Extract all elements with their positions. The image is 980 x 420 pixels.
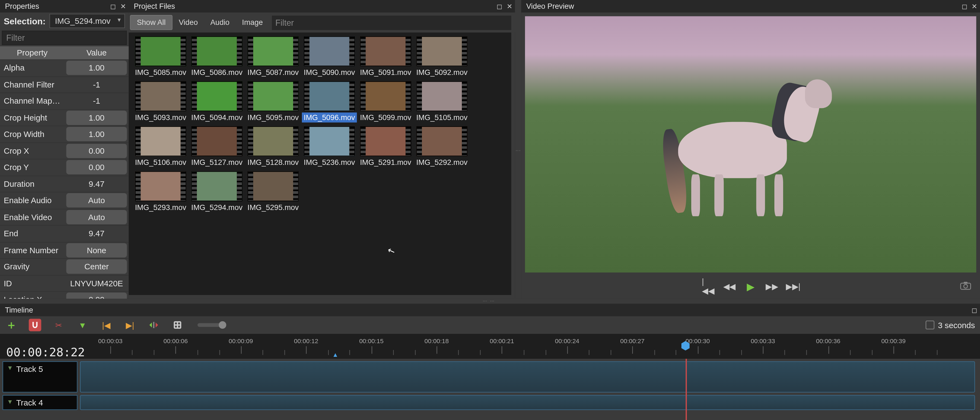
file-item[interactable]: IMG_5106.mov: [133, 126, 189, 168]
property-value[interactable]: 0.00: [66, 293, 127, 299]
property-row[interactable]: Location X0.00: [0, 291, 129, 299]
property-row[interactable]: Crop Width1.00: [0, 126, 129, 142]
property-value[interactable]: 9.47: [66, 226, 127, 241]
timeline-track[interactable]: ▼Track 5: [0, 361, 980, 392]
property-row[interactable]: Enable VideoAuto: [0, 208, 129, 225]
property-row[interactable]: Crop Y0.00: [0, 159, 129, 175]
file-item[interactable]: IMG_5096.mov: [301, 81, 358, 123]
play-button[interactable]: ▶: [744, 280, 757, 293]
properties-filter-input[interactable]: [2, 30, 127, 45]
undock-icon[interactable]: ◻: [109, 2, 118, 11]
center-playhead-button[interactable]: [147, 319, 160, 331]
property-row[interactable]: IDLNYVUM420E: [0, 275, 129, 291]
property-value[interactable]: 1.00: [66, 61, 127, 75]
property-row[interactable]: GravityCenter: [0, 258, 129, 275]
file-item[interactable]: IMG_5095.mov: [245, 81, 301, 123]
property-value[interactable]: Auto: [66, 210, 127, 224]
property-row[interactable]: Alpha1.00: [0, 59, 129, 76]
horizontal-splitter[interactable]: ⋯⋯: [0, 299, 980, 304]
file-item[interactable]: IMG_5085.mov: [133, 37, 189, 78]
timeline-tracks[interactable]: ▼Track 5▼Track 4: [0, 359, 980, 420]
property-value[interactable]: -1: [66, 94, 127, 108]
filter-tab-image[interactable]: Image: [236, 16, 269, 29]
track-header[interactable]: ▼Track 4: [2, 395, 77, 410]
file-item[interactable]: IMG_5294.mov: [189, 171, 245, 212]
close-icon[interactable]: ✕: [505, 2, 514, 11]
rewind-button[interactable]: ◀◀: [723, 280, 736, 293]
checkbox-icon[interactable]: [926, 321, 934, 329]
file-item[interactable]: IMG_5105.mov: [414, 81, 470, 123]
video-canvas[interactable]: [525, 16, 976, 272]
property-row[interactable]: Channel Filter-1: [0, 76, 129, 93]
file-item[interactable]: IMG_5099.mov: [357, 81, 414, 123]
col-property[interactable]: Property: [0, 46, 64, 59]
property-value[interactable]: Auto: [66, 193, 127, 208]
col-value[interactable]: Value: [64, 46, 129, 59]
property-value[interactable]: -1: [66, 77, 127, 92]
file-item[interactable]: IMG_5091.mov: [357, 37, 414, 78]
timeline-track[interactable]: ▼Track 4: [0, 395, 980, 410]
snap-button[interactable]: [29, 319, 41, 331]
property-value[interactable]: 0.00: [66, 143, 127, 158]
file-item[interactable]: IMG_5128.mov: [245, 126, 301, 168]
filter-tab-video[interactable]: Video: [173, 16, 204, 29]
marker-icon[interactable]: ▲: [332, 352, 339, 358]
next-marker-button[interactable]: ▶|: [124, 319, 137, 331]
undock-icon[interactable]: ◻: [970, 306, 978, 315]
file-item[interactable]: IMG_5094.mov: [189, 81, 245, 123]
property-row[interactable]: Crop Height1.00: [0, 109, 129, 126]
jump-start-button[interactable]: |◀◀: [702, 280, 714, 293]
timeline-ruler[interactable]: 00:00:0300:00:0600:00:0900:00:1200:00:15…: [88, 334, 980, 359]
filter-tab-show-all[interactable]: Show All: [130, 15, 173, 30]
project-files-filter-input[interactable]: [272, 15, 511, 30]
razor-button[interactable]: ✂: [52, 319, 65, 331]
undock-icon[interactable]: ◻: [960, 2, 969, 11]
selection-dropdown[interactable]: IMG_5294.mov: [49, 14, 125, 28]
timeline-current-time[interactable]: 00:00:28:22: [0, 345, 88, 359]
file-item[interactable]: IMG_5093.mov: [133, 81, 189, 123]
jump-end-button[interactable]: ▶▶|: [787, 280, 800, 293]
prev-marker-button[interactable]: |◀: [100, 319, 113, 331]
file-item[interactable]: IMG_5293.mov: [133, 171, 189, 212]
file-item[interactable]: IMG_5086.mov: [189, 37, 245, 78]
track-lane[interactable]: [80, 395, 975, 410]
chevron-down-icon[interactable]: ▼: [7, 364, 13, 371]
timeline-settings-button[interactable]: [171, 319, 184, 331]
property-row[interactable]: Enable AudioAuto: [0, 192, 129, 208]
property-row[interactable]: Frame NumberNone: [0, 242, 129, 258]
track-header[interactable]: ▼Track 5: [2, 361, 77, 392]
undock-icon[interactable]: ◻: [495, 2, 504, 11]
property-value[interactable]: 9.47: [66, 177, 127, 191]
track-lane[interactable]: [80, 361, 975, 392]
file-item[interactable]: IMG_5127.mov: [189, 126, 245, 168]
add-track-button[interactable]: ＋: [5, 319, 18, 331]
file-item[interactable]: IMG_5092.mov: [414, 37, 470, 78]
add-marker-button[interactable]: ▼: [76, 319, 89, 331]
zoom-level[interactable]: 3 seconds: [926, 320, 975, 329]
fast-forward-button[interactable]: ▶▶: [765, 280, 778, 293]
playhead-line[interactable]: [686, 359, 687, 420]
file-item[interactable]: IMG_5292.mov: [414, 126, 470, 168]
property-value[interactable]: 1.00: [66, 110, 127, 125]
property-value[interactable]: None: [66, 243, 127, 258]
zoom-slider[interactable]: [197, 323, 222, 327]
vertical-splitter[interactable]: ⋮: [515, 0, 521, 299]
file-item[interactable]: IMG_5291.mov: [357, 126, 414, 168]
property-value[interactable]: 0.00: [66, 160, 127, 175]
filter-tab-audio[interactable]: Audio: [204, 16, 236, 29]
file-item[interactable]: IMG_5236.mov: [301, 126, 358, 168]
file-item[interactable]: IMG_5087.mov: [245, 37, 301, 78]
snapshot-button[interactable]: [960, 281, 971, 291]
property-value[interactable]: Center: [66, 259, 127, 274]
property-row[interactable]: Crop X0.00: [0, 142, 129, 159]
property-value[interactable]: 1.00: [66, 127, 127, 142]
property-row[interactable]: End9.47: [0, 225, 129, 242]
close-icon[interactable]: ✕: [119, 2, 127, 11]
property-value[interactable]: LNYVUM420E: [66, 276, 127, 291]
property-row[interactable]: Duration9.47: [0, 175, 129, 192]
close-icon[interactable]: ✕: [970, 2, 978, 11]
property-row[interactable]: Channel Mappi...-1: [0, 92, 129, 109]
chevron-down-icon[interactable]: ▼: [7, 398, 13, 405]
file-item[interactable]: IMG_5295.mov: [245, 171, 301, 212]
file-item[interactable]: IMG_5090.mov: [301, 37, 358, 78]
